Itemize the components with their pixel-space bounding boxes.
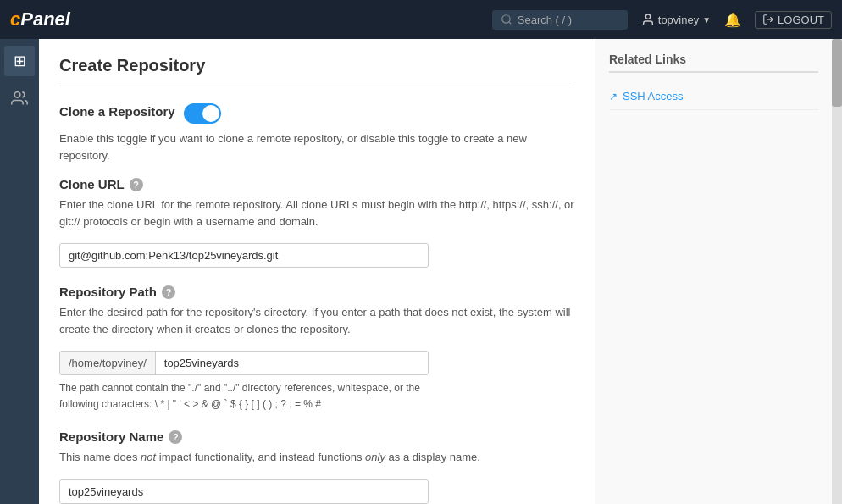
main-content: Create Repository Clone a Repository Ena… — [39, 39, 842, 504]
path-prefix: /home/topviney/ — [60, 352, 156, 374]
search-icon — [501, 14, 512, 25]
logo-c: c — [10, 8, 20, 30]
clone-url-input[interactable] — [59, 243, 429, 268]
search-bar[interactable]: Search ( / ) — [492, 10, 628, 30]
username: topviney — [658, 14, 699, 26]
repository-path-input-row: /home/topviney/ — [59, 351, 429, 375]
repository-name-group: Repository Name ? This name does not imp… — [59, 429, 574, 504]
clone-help-text: Enable this toggle if you want to clone … — [59, 130, 574, 163]
repository-path-label: Repository Path ? — [59, 285, 574, 299]
repository-name-input[interactable] — [59, 479, 429, 504]
users-icon — [11, 90, 28, 107]
notifications-icon[interactable]: 🔔 — [724, 12, 741, 28]
repository-name-help-text: This name does not impact functionality,… — [59, 449, 574, 466]
related-links-title: Related Links — [609, 53, 818, 73]
ssh-access-link[interactable]: ↗ SSH Access — [609, 83, 818, 110]
sidebar-item-grid[interactable]: ⊞ — [4, 46, 35, 76]
form-area: Create Repository Clone a Repository Ena… — [39, 39, 595, 504]
clone-toggle[interactable] — [184, 103, 221, 124]
svg-point-2 — [645, 14, 650, 19]
logout-button[interactable]: LOGOUT — [755, 11, 832, 29]
user-icon — [641, 13, 655, 26]
sidebar: ⊞ — [0, 39, 39, 504]
repository-path-input[interactable] — [156, 352, 428, 374]
repository-path-group: Repository Path ? Enter the desired path… — [59, 285, 574, 413]
search-placeholder: Search ( / ) — [518, 14, 572, 26]
page-title: Create Repository — [59, 56, 574, 86]
scrollbar[interactable] — [832, 39, 842, 504]
right-panel: Related Links ↗ SSH Access — [595, 39, 832, 504]
repository-name-help-icon[interactable]: ? — [169, 430, 182, 444]
svg-point-4 — [14, 92, 20, 98]
header-actions: topviney ▼ 🔔 LOGOUT — [641, 11, 832, 29]
user-menu[interactable]: topviney ▼ — [641, 13, 711, 26]
header: cPanel Search ( / ) topviney ▼ 🔔 LOGOUT — [0, 0, 842, 39]
clone-section-label: Clone a Repository — [59, 104, 175, 119]
user-dropdown-icon: ▼ — [702, 15, 711, 25]
cpanel-logo: cPanel — [10, 8, 70, 30]
clone-url-group: Clone URL ? Enter the clone URL for the … — [59, 177, 574, 268]
path-warning-text: The path cannot contain the "./" and "..… — [59, 380, 429, 413]
svg-point-0 — [502, 15, 510, 23]
logout-label: LOGOUT — [778, 14, 824, 26]
layout: ⊞ Create Repository Clone a Repository E… — [0, 39, 842, 504]
clone-url-label: Clone URL ? — [59, 177, 574, 191]
ssh-access-label: SSH Access — [623, 90, 684, 102]
external-link-icon: ↗ — [609, 91, 618, 102]
sidebar-item-users[interactable] — [4, 83, 35, 114]
repository-path-help-text: Enter the desired path for the repositor… — [59, 304, 574, 337]
repository-path-help-icon[interactable]: ? — [162, 285, 175, 299]
clone-toggle-row: Clone a Repository — [59, 103, 574, 124]
svg-line-1 — [508, 22, 511, 25]
scrollbar-thumb[interactable] — [832, 39, 842, 107]
logo-panel: Panel — [20, 8, 70, 30]
logout-icon — [762, 14, 774, 25]
repository-name-label: Repository Name ? — [59, 429, 574, 444]
clone-url-help-icon[interactable]: ? — [130, 178, 143, 191]
clone-url-help-text: Enter the clone URL for the remote repos… — [59, 197, 574, 230]
